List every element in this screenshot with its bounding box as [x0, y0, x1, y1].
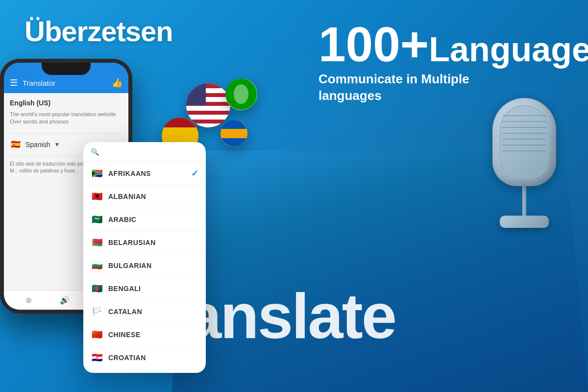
- language-search-input[interactable]: [103, 148, 198, 156]
- lang-check-icon: ✓: [191, 168, 198, 179]
- svg-rect-6: [186, 83, 206, 105]
- svg-rect-12: [220, 129, 247, 138]
- lang-flag: 🇧🇬: [91, 259, 103, 272]
- headline-lang: Languages: [429, 30, 588, 69]
- phone-source-lang: English (US): [10, 99, 122, 107]
- lang-name: BENGALI: [108, 285, 198, 293]
- mic-body: [485, 98, 564, 235]
- lang-name: ALBANIAN: [108, 193, 198, 200]
- mic-base: [500, 216, 549, 228]
- lang-name: BULGARIAN: [108, 262, 198, 270]
- list-item[interactable]: 🇸🇦ARABIC: [83, 208, 206, 231]
- grill-line-2: [502, 121, 546, 122]
- lang-name: BELARUSIAN: [108, 239, 198, 246]
- list-item[interactable]: 🏳️CATALAN: [83, 300, 206, 323]
- spanish-flag: 🇪🇸: [10, 139, 22, 150]
- flag-ball-us: [186, 83, 230, 127]
- list-item[interactable]: 🇧🇩BENGALI: [83, 277, 206, 300]
- list-item[interactable]: 🇨🇿CZECH: [83, 369, 206, 373]
- lang-name: CROATIAN: [108, 354, 198, 362]
- close-bottom-icon[interactable]: ⊗: [25, 295, 32, 305]
- flag-ball-green: [225, 78, 257, 110]
- thumb-icon: 👍: [112, 77, 122, 88]
- lang-name: CHINESE: [108, 331, 198, 339]
- lang-flag: 🇨🇳: [91, 328, 103, 341]
- lang-flag: 🇸🇦: [91, 213, 103, 226]
- app-logo: Überzetsen: [24, 15, 173, 48]
- grill-line-6: [502, 145, 546, 146]
- phone-toolbar-title: Translator: [23, 79, 107, 87]
- search-icon: 🔍: [91, 148, 99, 156]
- svg-point-8: [234, 84, 248, 104]
- grill-line-4: [502, 133, 546, 134]
- list-item[interactable]: 🇿🇦AFRIKAANS✓: [83, 162, 206, 185]
- mic-grill: [502, 110, 546, 176]
- language-dropdown: 🔍 🇿🇦AFRIKAANS✓🇦🇱ALBANIAN🇸🇦ARABIC🇧🇾BELARU…: [83, 142, 206, 373]
- lang-flag: 🇿🇦: [91, 167, 103, 180]
- headline-area: 100+Languages Communicate in Multiplelan…: [318, 20, 564, 104]
- lang-flag: 🏳️: [91, 305, 103, 318]
- language-list: 🇿🇦AFRIKAANS✓🇦🇱ALBANIAN🇸🇦ARABIC🇧🇾BELARUSI…: [83, 162, 206, 373]
- flag-ball-other: [220, 120, 247, 147]
- grill-line-7: [502, 150, 546, 151]
- lang-flag: 🇧🇾: [91, 236, 103, 249]
- list-item[interactable]: 🇦🇱ALBANIAN: [83, 185, 206, 208]
- mic-stand: [522, 186, 526, 216]
- phone-source-text: The world's most popular translation web…: [10, 111, 122, 126]
- list-item[interactable]: 🇧🇬BULGARIAN: [83, 254, 206, 277]
- phone-divider-1: [10, 133, 122, 134]
- lang-flag: 🇭🇷: [91, 351, 103, 364]
- microphone-decoration: [475, 98, 573, 304]
- grill-line-1: [502, 115, 546, 116]
- grill-line-3: [502, 127, 546, 128]
- speaker-icon[interactable]: 🔊: [60, 295, 70, 305]
- list-item[interactable]: 🇨🇳CHINESE: [83, 323, 206, 346]
- svg-rect-4: [186, 115, 230, 120]
- lang-name: ARABIC: [108, 216, 198, 223]
- dropdown-arrow-icon: ▼: [54, 141, 60, 148]
- language-search-bar: 🔍: [83, 142, 206, 162]
- list-item[interactable]: 🇭🇷CROATIAN: [83, 346, 206, 369]
- phone-notch: [42, 63, 91, 75]
- lang-name: CATALAN: [108, 308, 198, 316]
- headline-number: 100+: [318, 17, 429, 72]
- lang-name: AFRIKAANS: [108, 170, 186, 177]
- mic-head: [492, 98, 556, 186]
- lang-flag: 🇦🇱: [91, 190, 103, 203]
- phone-target-label: Spanish: [25, 141, 50, 148]
- lang-flag: 🇧🇩: [91, 282, 103, 295]
- svg-rect-3: [186, 106, 230, 111]
- list-item[interactable]: 🇧🇾BELARUSIAN: [83, 231, 206, 254]
- menu-icon: ☰: [10, 77, 18, 88]
- grill-line-5: [502, 139, 546, 140]
